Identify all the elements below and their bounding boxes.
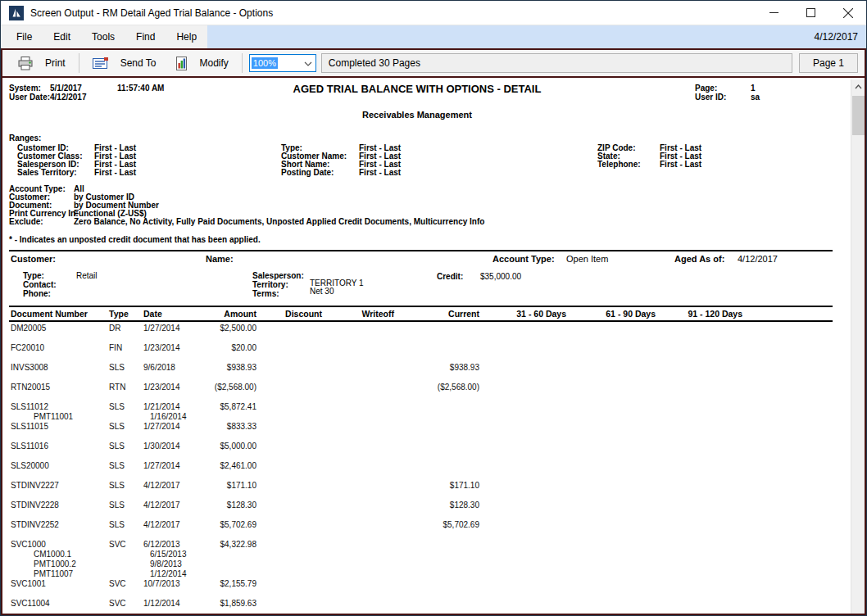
col-date: Date bbox=[143, 309, 162, 319]
cell-applied-document: PMT11001 bbox=[34, 412, 73, 421]
cell-amount: $1,859.63 bbox=[166, 599, 256, 608]
scroll-up-icon[interactable] bbox=[851, 79, 865, 93]
table-row: STDINV2228SLS4/12/2017$128.30$128.30 bbox=[2, 500, 832, 510]
menu-tools[interactable]: Tools bbox=[81, 25, 125, 48]
cell-amount: $5,702.69 bbox=[166, 520, 256, 529]
cell-amount: $128.30 bbox=[166, 500, 256, 510]
col-91-120-days: 91 - 120 Days bbox=[669, 309, 742, 319]
maximize-icon bbox=[806, 8, 815, 17]
zoom-select[interactable]: 100% bbox=[249, 54, 316, 72]
send-to-button[interactable]: Send To bbox=[83, 52, 166, 75]
col-discount: Discount bbox=[256, 309, 322, 319]
range-value: First - Last bbox=[660, 160, 701, 169]
report-subtitle: Receivables Management bbox=[2, 110, 832, 120]
cell-document-number: SVC1001 bbox=[11, 579, 46, 588]
window-title: Screen Output - RM Detail Aged Trial Bal… bbox=[30, 1, 273, 25]
send-to-label: Send To bbox=[120, 57, 157, 69]
cell-amount: $171.10 bbox=[166, 481, 256, 490]
table-subrow-applied: CM1000.16/15/2013 bbox=[2, 550, 832, 559]
ranges-label: Ranges: bbox=[9, 134, 41, 143]
cell-type: SVC bbox=[109, 599, 126, 608]
cell-document-number: SLS11016 bbox=[11, 442, 48, 451]
table-row: SLS20000SLS1/27/2014$2,461.00 bbox=[2, 461, 832, 471]
customer-label: Customer: bbox=[11, 254, 56, 264]
cell-document-number: STDINV2228 bbox=[11, 500, 59, 510]
cell-type: SVC bbox=[109, 540, 126, 549]
cell-document-number: DM20005 bbox=[11, 324, 46, 333]
table-subrow-applied: PMT1000.29/8/2013 bbox=[2, 559, 832, 569]
menu-help[interactable]: Help bbox=[166, 25, 207, 48]
menu-edit[interactable]: Edit bbox=[43, 25, 81, 48]
report-page: System: 5/1/2017 11:57:40 AM User Date: … bbox=[2, 79, 865, 614]
cell-current: $171.10 bbox=[388, 481, 479, 490]
table-row: FC20010FIN1/23/2014$20.00 bbox=[2, 343, 832, 353]
cell-current: $5,702.69 bbox=[388, 520, 479, 529]
cell-document-number: RTN20015 bbox=[11, 383, 50, 392]
option-row: Customer:by Customer ID bbox=[9, 192, 828, 201]
salesperson-label: Salesperson: bbox=[252, 271, 304, 280]
completion-status: Completed 30 Pages bbox=[321, 53, 792, 73]
option-row: Document:by Document Number bbox=[9, 201, 828, 209]
table-row: SVC1000SVC6/12/2013$4,322.98 bbox=[2, 540, 832, 550]
range-row: Telephone:First - Last bbox=[597, 160, 843, 168]
credit-value: $35,000.00 bbox=[480, 272, 521, 281]
maximize-button[interactable] bbox=[792, 1, 829, 25]
range-row: Salesperson ID:First - Last bbox=[17, 160, 263, 168]
range-label: Telephone: bbox=[597, 160, 641, 169]
option-row: Exclude:Zero Balance, No Activity, Fully… bbox=[9, 217, 828, 225]
cell-amount: $2,500.00 bbox=[166, 324, 256, 333]
table-row: SLS11015SLS1/27/2014$833.33 bbox=[2, 422, 832, 432]
page-value: 1 bbox=[751, 84, 756, 93]
table-row: DM20005DR1/27/2014$2,500.00 bbox=[2, 324, 832, 333]
user-id-label: User ID: bbox=[695, 93, 726, 102]
cell-current: ($2,568.00) bbox=[388, 383, 479, 392]
scrollbar-thumb[interactable] bbox=[852, 96, 865, 135]
cell-amount: $4,322.98 bbox=[166, 540, 256, 549]
cell-type: SLS bbox=[109, 363, 125, 372]
cell-document-number: SLS11015 bbox=[11, 422, 48, 431]
print-button[interactable]: Print bbox=[7, 52, 75, 75]
option-value: Zero Balance, No Activity, Fully Paid Do… bbox=[74, 217, 484, 226]
cell-current: $128.30 bbox=[388, 500, 479, 510]
range-row: Customer ID:First - Last bbox=[17, 143, 263, 152]
range-row: Customer Name:First - Last bbox=[281, 152, 527, 160]
cell-applied-date: 6/15/2013 bbox=[150, 550, 187, 559]
cell-type: SVC bbox=[109, 579, 126, 588]
vertical-scrollbar[interactable] bbox=[851, 79, 865, 614]
table-row: SVC11004SVC1/12/2014$1,859.63 bbox=[2, 599, 832, 609]
territory-label: Territory: bbox=[252, 280, 288, 289]
cell-type: FIN bbox=[109, 343, 122, 352]
cell-document-number: SVC1000 bbox=[11, 540, 46, 549]
close-button[interactable] bbox=[829, 1, 866, 25]
cell-applied-date: 1/16/2014 bbox=[150, 412, 187, 421]
table-row: SLS11016SLS1/30/2014$5,000.00 bbox=[2, 442, 832, 451]
toolbar-separator bbox=[79, 53, 79, 73]
ranges-column-2: Type:First - LastCustomer Name:First - L… bbox=[281, 143, 527, 176]
menu-bar: FileEditToolsFindHelp 4/12/2017 bbox=[1, 25, 866, 48]
option-row: Print Currency In:Functional (Z-US$) bbox=[9, 209, 828, 217]
col-61-90-days: 61 - 90 Days bbox=[583, 309, 656, 319]
cell-applied-date: 9/8/2013 bbox=[150, 559, 182, 568]
range-row: Sales Territory:First - Last bbox=[17, 168, 263, 176]
cell-applied-document: CM1000.1 bbox=[34, 550, 71, 559]
range-row: ZIP Code:First - Last bbox=[597, 143, 843, 152]
minimize-button[interactable] bbox=[756, 1, 792, 25]
cell-amount: $938.93 bbox=[166, 363, 256, 372]
menu-find[interactable]: Find bbox=[125, 25, 166, 48]
account-type-label: Account Type: bbox=[493, 254, 555, 264]
table-subrow-applied: PMT110011/16/2014 bbox=[2, 412, 832, 422]
col-document-number: Document Number bbox=[11, 309, 88, 319]
account-type-value: Open Item bbox=[566, 254, 608, 264]
credit-label: Credit: bbox=[437, 272, 463, 281]
col-amount: Amount bbox=[191, 309, 256, 319]
table-row: STDINV2227SLS4/12/2017$171.10$171.10 bbox=[2, 481, 832, 491]
menu-file[interactable]: File bbox=[6, 25, 43, 48]
modify-button[interactable]: Modify bbox=[166, 52, 238, 75]
title-bar: Screen Output - RM Detail Aged Trial Bal… bbox=[1, 1, 866, 25]
cell-applied-document: PMT1000.2 bbox=[34, 559, 76, 568]
print-label: Print bbox=[45, 57, 66, 69]
send-to-icon bbox=[93, 57, 109, 70]
report-options: Account Type:AllCustomer:by Customer IDD… bbox=[9, 184, 828, 225]
range-value: First - Last bbox=[359, 168, 401, 177]
horizontal-rule bbox=[9, 320, 833, 322]
